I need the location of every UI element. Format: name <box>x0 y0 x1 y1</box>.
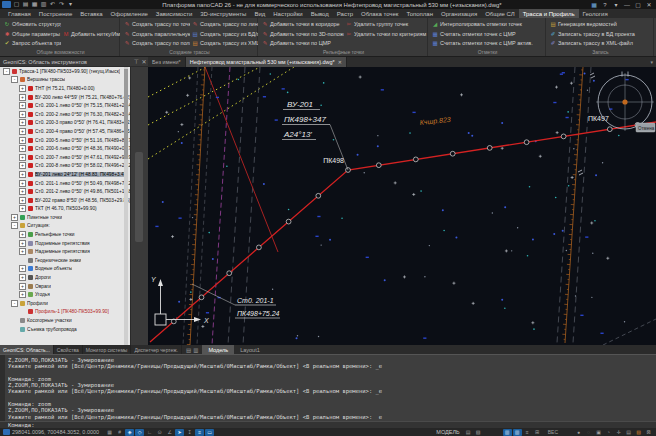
new-file-icon[interactable]: ▢ <box>13 1 20 8</box>
layers-icon[interactable]: ▧ <box>634 429 643 436</box>
pin-icon[interactable]: ⊤ <box>132 58 140 65</box>
interface-icon[interactable]: ▦ <box>590 1 598 8</box>
ribbon-tab-Облака точек[interactable]: Облака точек <box>357 9 402 18</box>
tree-item[interactable]: +Ст0. 200-2 лево 0°50' (Н 76.30, ПК482+3… <box>0 110 130 119</box>
ribbon-button[interactable]: ✎Добавить точки в коридоре <box>260 19 344 29</box>
help-icon[interactable]: ? <box>601 2 609 8</box>
tree-item[interactable]: -Вершины трассы <box>0 76 130 85</box>
ribbon-tab-Настройки[interactable]: Настройки <box>269 9 306 18</box>
ribbon-tab-Вставка[interactable]: Вставка <box>76 9 106 18</box>
tree-item[interactable]: +Овраги <box>0 282 130 291</box>
layout-tab-Модель[interactable]: Модель <box>202 345 234 354</box>
angle-icon[interactable]: ∠ <box>165 429 174 436</box>
list-icon[interactable]: ≡ <box>523 429 532 436</box>
clock-icon[interactable]: ◔ <box>604 429 613 436</box>
tree-expand-icon[interactable]: + <box>19 119 26 126</box>
tree-expand-icon[interactable]: + <box>19 188 26 195</box>
tree-item[interactable]: +ТНТ (Н 75.21, ПК480+0.00) <box>0 84 130 93</box>
palette-tab-3[interactable]: Диспетчер чертеж. <box>131 345 182 354</box>
ribbon-button[interactable]: ✎Создать трассу по полилинии <box>122 38 190 48</box>
tree-expand-icon[interactable]: + <box>19 180 26 187</box>
sheet-icon[interactable]: ▧ <box>474 429 483 436</box>
tree-expand-icon[interactable]: + <box>19 283 26 290</box>
ribbon-button[interactable]: ▤Создать трассу из БД/проекта <box>190 29 258 39</box>
document-tab[interactable]: Нефтепровод магистральный 530 мм (+изыск… <box>186 57 347 67</box>
ribbon-tab-Топоплан[interactable]: Топоплан <box>402 9 437 18</box>
ribbon-button[interactable]: ✂Удалить точки по критериям <box>344 29 428 39</box>
grid-icon[interactable]: ▦ <box>105 429 114 436</box>
ribbon-button[interactable]: ✎Создать трассу по точкам <box>122 19 190 29</box>
otrack-icon[interactable]: ◇ <box>135 429 144 436</box>
tree-item[interactable]: Геодезические знаки <box>0 256 130 265</box>
ribbon-tab-Вывод[interactable]: Вывод <box>307 9 333 18</box>
tree-expand-icon[interactable]: + <box>19 145 26 152</box>
tree-expand-icon[interactable]: + <box>19 240 26 247</box>
tree-item[interactable]: +Рельефные точки <box>0 230 130 239</box>
ribbon-tab-3D-инструменты[interactable]: 3D-инструменты <box>196 9 250 18</box>
ribbon-button[interactable]: ✔Запрос объекта трассы <box>2 38 61 48</box>
tree-expand-icon[interactable]: + <box>19 248 26 255</box>
print-icon[interactable]: ▥ <box>40 1 47 8</box>
ribbon-tab-Растр[interactable]: Растр <box>333 9 357 18</box>
title-dropdown-icon[interactable]: ▾ <box>612 1 620 8</box>
model-space-label[interactable]: МОДЕЛЬ <box>436 429 459 435</box>
tree-expand-icon[interactable]: - <box>11 76 18 83</box>
ribbon-button[interactable]: ✐Записать трассу в БД проекта <box>548 29 653 39</box>
tree-item[interactable]: -Профили <box>0 299 130 308</box>
lock-icon[interactable]: ⊠ <box>644 429 653 436</box>
tab-close-icon[interactable]: ✕ <box>338 59 342 65</box>
ribbon-button[interactable]: ▤Генерация ведомостей <box>548 19 653 29</box>
tree-scrollbar[interactable] <box>124 67 128 345</box>
lines-icon[interactable]: ≡ <box>195 429 204 436</box>
tree-item[interactable]: +Ст0. 200-6 лево 0°50' (Н 48.36, ПК490+0… <box>0 144 130 153</box>
ribbon-tab-Главная[interactable]: Главная <box>4 9 35 18</box>
tree-item[interactable]: +Ст0. 200-4 право 0°50' (Н 57.45, ПК486+… <box>0 127 130 136</box>
tree-expand-icon[interactable]: + <box>19 231 26 238</box>
ribbon-button[interactable]: ✎Добавить точки по 3D-положению <box>260 29 344 39</box>
tree-expand-icon[interactable]: - <box>11 300 18 307</box>
tree-expand-icon[interactable]: - <box>11 222 18 229</box>
tree-item[interactable]: +Угодья <box>0 290 130 299</box>
frame-icon[interactable]: ▭ <box>205 429 214 436</box>
ribbon-tab-Оформление[interactable]: Оформление <box>107 9 152 18</box>
tree-item[interactable]: +Ст0. 200-8 лево 0°50' (Н 58.02, ПК496+2… <box>0 162 130 171</box>
tree-item[interactable]: +Пикетные точки <box>0 213 130 222</box>
tree-item[interactable]: +ВУ-201 лево 24°12' (Н 48.83, ПК498+3.47… <box>0 170 130 179</box>
ribbon-button[interactable]: ▦Считать отметки точек с ЦМР актив. <box>430 38 545 48</box>
command-history[interactable]: Z,ZOOM,ПО,ПОКАЗАТЬ - ЗумированиеУкажите … <box>0 354 656 421</box>
ortho-icon[interactable]: ∟ <box>145 429 154 436</box>
command-grip[interactable] <box>0 355 5 421</box>
layout-strip-icon-1[interactable]: ▥ <box>193 347 198 353</box>
tree-item[interactable]: +Ст0. 200-1 лево 0°50' (Н 75.15, ПК481+2… <box>0 101 130 110</box>
collapsed-palette-tab[interactable] <box>135 152 143 242</box>
open-file-icon[interactable]: ▤ <box>22 1 29 8</box>
ribbon-button[interactable]: ▦Считать отметки точек с ЦМР <box>430 29 545 39</box>
tree-item[interactable]: Профиль-1 [ПК480-ПК503+99.90] <box>0 308 130 317</box>
tree-expand-icon[interactable]: + <box>19 85 26 92</box>
ribbon-tab-Общие СЛ[interactable]: Общие СЛ <box>481 9 518 18</box>
osnap-icon[interactable]: ◈ <box>125 429 134 436</box>
view2-icon[interactable]: ▥ <box>513 429 522 436</box>
dyn-input-icon[interactable]: ➤ <box>175 429 184 436</box>
snap-icon[interactable]: # <box>115 429 124 436</box>
view-icon[interactable]: ▥ <box>503 429 512 436</box>
document-tab[interactable]: Без имени* <box>148 57 186 67</box>
tree-expand-icon[interactable]: + <box>19 94 26 101</box>
tree-item[interactable]: -Трасса-1 [ПК480-ПК503+99.90] (текущ.Изы… <box>0 67 130 76</box>
tree-item[interactable]: +Дороги <box>0 273 130 282</box>
redo-icon[interactable]: ↷ <box>58 1 65 8</box>
notify-icon[interactable]: ● <box>574 429 583 436</box>
ribbon-tab-Геология[interactable]: Геология <box>579 9 612 18</box>
tree-expand-icon[interactable]: - <box>3 68 10 75</box>
layout-strip-icon-0[interactable]: ▤ <box>186 347 191 353</box>
command-prompt[interactable]: Команда: <box>0 421 656 428</box>
ribbon-tab-Зависимости[interactable]: Зависимости <box>152 9 196 18</box>
tree-item[interactable]: +Надземные препятствия <box>0 247 130 256</box>
minimize-button[interactable]: — <box>623 2 631 8</box>
tree-item[interactable]: Косогорные участки <box>0 316 130 325</box>
tree-item[interactable]: +ВУ-202 право 8°50' (Н 48.56, ПК503+29.8… <box>0 196 130 205</box>
maximize-button[interactable]: ▢ <box>634 1 642 8</box>
tab-overflow-icon[interactable]: ▾ <box>647 57 656 67</box>
docs-icon[interactable]: ▤ <box>624 429 633 436</box>
ribbon-button[interactable]: MДобавить нитку/Имя трассы <box>61 29 120 39</box>
